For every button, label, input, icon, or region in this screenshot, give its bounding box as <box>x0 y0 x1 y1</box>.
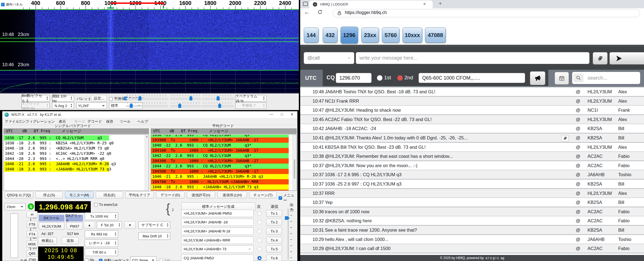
auto-seq-checkbox[interactable]: 自動シーケンス <box>99 258 129 261</box>
mode-button-h[interactable]: H <box>27 211 38 218</box>
slider-handle[interactable] <box>217 96 220 100</box>
tab-workspaces-icon[interactable] <box>303 2 308 6</box>
tx-message-field-2[interactable]: <HL2/LY3UM> JA6AHB -18 <box>181 218 254 226</box>
send-button[interactable] <box>609 52 644 64</box>
attachment-wrap[interactable] <box>561 135 569 142</box>
menu-7[interactable]: ヘルプ <box>137 119 148 124</box>
chat-row[interactable]: 10:31See a faint trace near 1200. Anyone… <box>300 226 644 235</box>
sh-checkbox[interactable]: Sh <box>85 258 94 261</box>
add-button[interactable]: 追加 <box>62 237 79 244</box>
slider-handle[interactable] <box>178 103 181 108</box>
band-button-5760[interactable]: 5760 <box>382 27 399 43</box>
main-button-8[interactable]: 送信停止(H) <box>217 192 247 198</box>
first-period-radio[interactable] <box>377 75 382 81</box>
decode-row[interactable]: 1042 -22 2.6 993 : CQ HL2/LY3UM q3* <box>151 153 289 158</box>
maximize-button[interactable]: □ <box>277 112 287 117</box>
next-radio-4[interactable] <box>257 238 262 242</box>
second-period-radio[interactable] <box>397 75 403 81</box>
output-slider-handle[interactable] <box>285 216 290 220</box>
decode-row[interactable]: 1048 -18 2.6 993 : <JA6AHB> HL2/LY3UM 73… <box>4 167 109 172</box>
spin-arrows[interactable]: ▲▼ <box>166 232 170 240</box>
lookup-button[interactable]: 検索(L) <box>38 237 57 244</box>
tx-button-6[interactable]: Tx 6 <box>266 255 282 261</box>
tx-message-field-4[interactable]: HL2/LY3UM <JA6AHB> RRR <box>181 237 254 244</box>
chat-row[interactable]: 10:29@HL2/LY3UM: I can call df 1500@AC2A… <box>300 244 644 253</box>
active-tab[interactable]: HB9Q | LOGGER ✕ <box>309 1 433 8</box>
chat-row[interactable]: 10:47NC1I Frank RRR@HL2/LY3UMAlex <box>300 97 644 106</box>
spin-arrows[interactable]: ▲▼ <box>117 221 121 229</box>
checkbox-icon[interactable] <box>99 259 103 261</box>
decode-row[interactable]: 1036 -17 2.6 995 : CQ HL2/LY3UM q3 <box>4 135 109 141</box>
chat-table[interactable]: 10:48JA6AHB Toshio TNX for QSO. Best -18… <box>300 87 644 255</box>
main-button-1[interactable]: QSOをログ(Q) <box>5 192 33 198</box>
decode-row[interactable]: 104902 Tx 1000 : HL2/LY3UM <JA6AHB> 73 <box>151 190 289 191</box>
spin-arrows[interactable]: ▲▼ <box>166 221 170 229</box>
tx-freq-spin[interactable]: Tx 1000 Hz▲▼ <box>85 212 118 220</box>
n-avg-spin[interactable]: N Avg 2▲▼ <box>52 102 74 109</box>
next-radio-3[interactable] <box>257 229 262 233</box>
scrollbar[interactable]: ▲ <box>145 135 149 190</box>
frequency-scale[interactable]: 操作パネル 4006008001000120014001600180020002… <box>0 0 299 9</box>
tab-close-icon[interactable]: ✕ <box>423 2 426 6</box>
tx-message-field-5[interactable]: HL2/LY3UM <JA6AHB> 73⌄ <box>181 245 254 253</box>
address-bar[interactable]: https://logger.hb9q.ch <box>333 9 640 17</box>
rx-freq-spin[interactable]: Rx 993 Hz▲▼ <box>85 230 118 238</box>
bins-per-pixel-spin[interactable]: Bin数/ピクセル 3▲▼ <box>21 95 50 102</box>
slider-track[interactable] <box>171 98 201 100</box>
spin-arrows[interactable]: ▲▼ <box>114 213 118 220</box>
chat-row[interactable]: 10:371036 -17 2.6 995 : CQ HL2/LY3UM q3@… <box>300 170 644 179</box>
spin-arrows[interactable]: ▲▼ <box>69 95 73 101</box>
back-icon[interactable]: ← <box>304 9 310 15</box>
decode-row[interactable]: 104300 Tx 1000 : <HL2/LY3UM> JA6AHB -17 <box>151 158 289 164</box>
palette-combo[interactable]: YL2KF <box>76 102 107 109</box>
decode-row[interactable]: 1038 -18 2.6 993 : KB2SA <HL2/LY3UM> R-2… <box>4 141 149 146</box>
url-text[interactable]: https://logger.hb9q.ch <box>345 10 387 15</box>
chat-row[interactable]: 10:45AC2AC Fabio TNX for QSO. Best -22 d… <box>300 115 644 124</box>
average-decode-pane[interactable]: 1038 -23 2.6 993 : CQ HL2/LY3UM q3*10390… <box>151 134 297 191</box>
chat-row[interactable]: 10:36traces on df 1000 now@AC2ACFabio <box>300 207 644 217</box>
decode-row[interactable]: 1040 -22 2.6 993 : CQ HL2/LY3UM q3* <box>151 143 289 148</box>
main-button-7[interactable]: 送信許可(n) <box>187 192 215 198</box>
chat-row[interactable]: 10:48JA6AHB Toshio TNX for QSO. Best -18… <box>300 87 644 97</box>
refresh-icon[interactable] <box>317 9 323 15</box>
checkbox-icon[interactable] <box>85 258 88 261</box>
spectrum-percent-spin[interactable]: スペクトラム 25 %▲▼ <box>235 95 266 102</box>
spin-arrows[interactable]: ▲▼ <box>114 231 118 238</box>
spin-arrows[interactable]: ▲▼ <box>114 249 118 256</box>
waterfall-gain-slider[interactable] <box>126 102 168 108</box>
decode-row[interactable]: 104700 Tx 1000 : HL2/LY3UM <JA6AHB> RRR <box>151 179 289 184</box>
slider-track[interactable] <box>126 98 168 100</box>
spectrum-display[interactable] <box>0 71 299 93</box>
tx-even-checkbox[interactable]: Tx even/1st <box>94 203 117 207</box>
mode-button-jt65[interactable]: JT65 <box>27 256 38 261</box>
mode-button-ft4[interactable]: FT4 <box>27 231 38 238</box>
utc-tab[interactable]: UTC <box>300 70 323 86</box>
slider-track[interactable] <box>202 105 234 107</box>
flatten-checkbox[interactable]: 平滑化 <box>109 96 125 101</box>
main-button-4[interactable]: 消去(E) <box>96 192 123 198</box>
search-box[interactable]: search... <box>572 72 640 84</box>
announce-button[interactable] <box>530 71 545 85</box>
chat-row[interactable]: 10:371036 -25 2.6 997 : CQ HL2/LY3UM q3@… <box>300 179 644 189</box>
waterfall-display[interactable] <box>0 9 299 71</box>
tr-period-spin[interactable]: T/R 60 s▲▼ <box>85 248 118 256</box>
freq-down-button[interactable]: ▼ <box>124 221 136 229</box>
decode-row[interactable]: 104500 Tx 1000 : <HL2/LY3UM> JA6AHB -17 <box>151 169 289 174</box>
cq-mode-input[interactable]: Q65-60C 1000 CFOM,,..... <box>419 73 525 83</box>
cq-combo[interactable]: CQ: None <box>130 256 157 261</box>
new-tab-icon[interactable]: + <box>439 1 442 7</box>
scrollbar[interactable] <box>293 135 296 190</box>
title-bar[interactable]: WSJT-X v2.7.0 by K1JT et al. — □ ✕ <box>2 111 297 118</box>
tx-button-1[interactable]: Tx 1 <box>266 210 282 217</box>
menu-6[interactable]: ツール <box>120 119 131 124</box>
tx-message-field-6[interactable]: CQ JA6AHB PM53 <box>181 254 254 261</box>
chat-row[interactable]: 10:42JA6AHB: -18 AC2AC: -24@KB2SABill <box>300 124 644 133</box>
waterfall-gain-slider[interactable] <box>126 95 168 101</box>
cq-frequency-input[interactable]: 1296.070 <box>336 73 371 83</box>
tx-message-field-1[interactable]: <HL2/LY3UM> JA6AHB PM53 <box>181 210 254 217</box>
main-button-6[interactable]: デコード(D) <box>156 192 185 198</box>
waterfall-gain-slider[interactable] <box>202 95 234 101</box>
chat-row[interactable]: 10:41@HL2/LY3UM: Thanks Alex! 1.0m today… <box>300 133 644 143</box>
menu-1[interactable]: コンフィグレーション <box>18 119 55 124</box>
next-radio-5[interactable] <box>257 247 262 251</box>
